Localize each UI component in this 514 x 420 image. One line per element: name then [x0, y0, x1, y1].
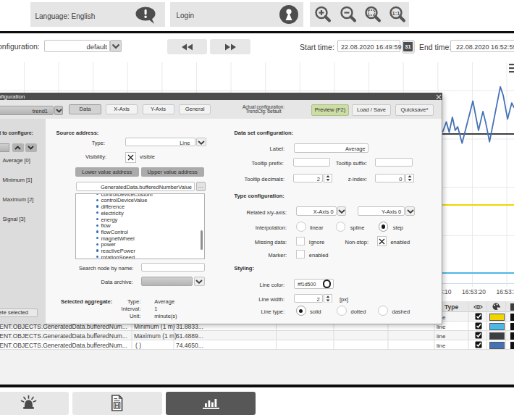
svg-text:H: H — [115, 402, 119, 409]
